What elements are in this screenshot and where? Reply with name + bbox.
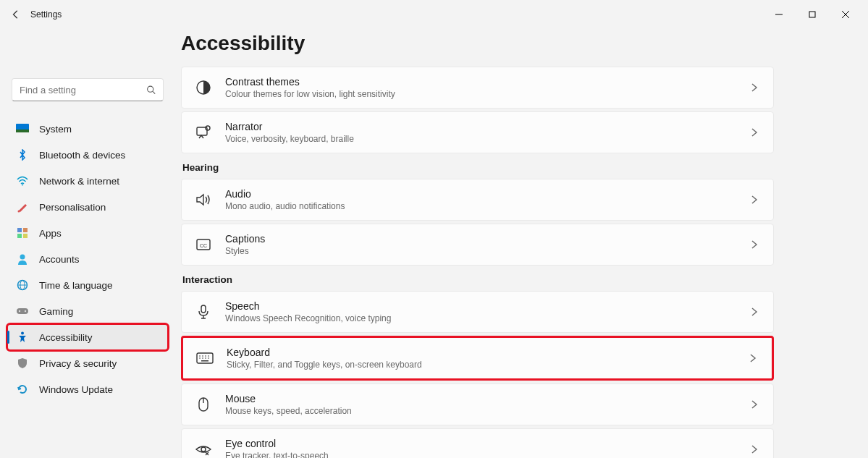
svg-point-24 [206,126,210,130]
chevron-right-icon [749,239,760,250]
svg-point-9 [18,211,20,213]
search-input[interactable] [20,85,146,96]
search-icon [146,85,156,95]
card-title: Audio [225,188,345,200]
globe-icon [16,279,29,291]
card-title: Captions [225,233,265,245]
system-icon [16,123,29,135]
card-eye-control[interactable]: Eye control Eye tracker, text-to-speech [181,428,774,458]
svg-point-21 [21,332,24,335]
paintbrush-icon [16,201,29,213]
svg-line-5 [153,91,155,93]
accessibility-icon [16,331,29,343]
back-button[interactable] [6,4,26,25]
sidebar-item-gaming[interactable]: Gaming [7,298,168,324]
card-sub: Mouse keys, speed, acceleration [225,406,352,416]
card-sub: Mono audio, audio notifications [225,201,345,211]
sidebar-item-accounts[interactable]: Accounts [7,246,168,272]
svg-point-40 [201,447,206,451]
svg-rect-12 [17,234,22,238]
search-input-wrap[interactable] [12,78,164,101]
svg-point-34 [202,357,203,359]
sidebar-item-label: Time & language [39,280,113,291]
keyboard-icon [196,349,214,367]
svg-point-32 [208,355,209,357]
titlebar: Settings [0,0,868,29]
card-title: Eye control [225,438,329,449]
apps-icon [16,227,29,239]
sidebar-item-label: System [39,124,72,135]
svg-text:CC: CC [200,243,207,248]
svg-rect-1 [809,12,815,17]
svg-rect-27 [201,305,206,313]
sidebar-item-accessibility[interactable]: Accessibility [7,324,168,350]
card-sub: Colour themes for low vision, light sens… [225,89,395,99]
gamepad-icon [16,305,29,317]
sidebar-item-personalisation[interactable]: Personalisation [7,194,168,220]
wifi-icon [16,175,29,187]
sidebar-item-label: Apps [39,228,62,239]
person-icon [16,253,29,265]
chevron-right-icon [749,399,760,410]
sidebar-item-label: Personalisation [39,202,106,213]
card-sub: Sticky, Filter, and Toggle keys, on-scre… [227,360,422,370]
card-audio[interactable]: Audio Mono audio, audio notifications [181,179,774,221]
sidebar-item-network[interactable]: Network & internet [7,168,168,194]
svg-point-35 [205,357,206,359]
close-button[interactable] [829,3,862,26]
maximize-button[interactable] [796,3,829,26]
chevron-right-icon [749,127,760,138]
microphone-icon [195,303,212,321]
card-captions[interactable]: CC Captions Styles [181,224,774,266]
chevron-right-icon [749,306,760,318]
main-content: Accessibility Contrast themes Colour the… [174,29,868,458]
sidebar-item-windows-update[interactable]: Windows Update [7,376,168,402]
svg-point-29 [199,355,201,357]
svg-point-36 [208,357,209,359]
card-sub: Windows Speech Recognition, voice typing [225,313,391,323]
sidebar-item-system[interactable]: System [7,116,168,142]
card-sub: Voice, verbosity, keyboard, braille [225,134,354,144]
speaker-icon [195,191,212,208]
card-contrast-themes[interactable]: Contrast themes Colour themes for low vi… [181,67,774,109]
card-keyboard[interactable]: Keyboard Sticky, Filter, and Toggle keys… [181,336,774,381]
svg-point-31 [205,355,206,357]
svg-rect-7 [16,130,29,132]
sidebar-item-apps[interactable]: Apps [7,220,168,246]
chevron-right-icon [749,82,760,93]
sidebar-item-time-language[interactable]: Time & language [7,272,168,298]
svg-point-19 [19,310,20,312]
update-icon [16,383,29,395]
card-mouse[interactable]: Mouse Mouse keys, speed, acceleration [181,383,774,425]
chevron-right-icon [749,194,760,205]
card-title: Contrast themes [225,76,395,88]
contrast-icon [195,79,212,96]
card-sub: Eye tracker, text-to-speech [225,451,329,458]
sidebar-item-label: Accessibility [39,332,93,343]
svg-rect-37 [201,360,208,362]
chevron-right-icon [747,352,759,364]
card-speech[interactable]: Speech Windows Speech Recognition, voice… [181,291,774,333]
narrator-icon [195,124,212,141]
section-hearing: Hearing [182,162,774,173]
card-title: Keyboard [227,347,422,358]
svg-point-20 [25,310,26,312]
captions-icon: CC [195,236,212,253]
eye-icon [195,441,212,458]
shield-icon [16,357,29,369]
sidebar-item-label: Accounts [39,254,80,265]
svg-rect-10 [17,228,22,232]
svg-rect-13 [23,234,28,238]
sidebar-item-privacy[interactable]: Privacy & security [7,350,168,376]
sidebar-item-bluetooth[interactable]: Bluetooth & devices [7,142,168,168]
chevron-right-icon [749,444,760,455]
sidebar-item-label: Gaming [39,306,73,317]
minimize-button[interactable] [762,3,796,26]
window-controls [762,3,862,26]
card-narrator[interactable]: Narrator Voice, verbosity, keyboard, bra… [181,111,774,153]
svg-rect-11 [23,228,28,232]
card-sub: Styles [225,246,265,256]
mouse-icon [195,396,212,413]
svg-point-14 [20,255,25,260]
sidebar-item-label: Windows Update [39,384,113,395]
